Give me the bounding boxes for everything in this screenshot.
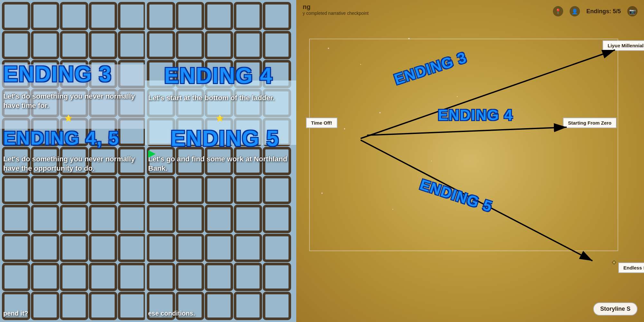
ending45-label: ENDING 4, 5 (3, 127, 119, 149)
character-icon-btn[interactable]: 👤 (570, 6, 580, 16)
quest-title: ng (303, 3, 369, 11)
storyline-button[interactable]: Storyline S (593, 302, 638, 316)
ending3-description: Let's do something you never normally ha… (3, 92, 142, 110)
ending3-label: ENDING 3 (3, 61, 112, 86)
ending4-label: ENDING 4 (164, 63, 273, 88)
ending4-description: Let's start at the bottom of the ladder. (148, 93, 293, 103)
ending5-label: ENDING 5 (171, 126, 279, 151)
arrow-ending4-label: ENDING 4 (438, 106, 513, 124)
node-endless-smoke: Endless Smoke (618, 262, 644, 273)
left-subtitle: pend it? (3, 310, 142, 317)
storyline-box (309, 39, 618, 251)
green-arrow: ▶ (148, 148, 155, 159)
middle-subtitle: ese conditions. (148, 310, 293, 317)
ending4-star: ⭐ (216, 114, 224, 122)
photo-icon-btn[interactable]: 📷 (627, 6, 638, 16)
hud-bar: ng y completed narrative checkpoint 📍 👤 … (296, 0, 644, 23)
ending45-description: Let's do something you never normally ha… (3, 155, 142, 173)
quest-info: ng y completed narrative checkpoint (303, 3, 369, 16)
quest-subtitle: y completed narrative checkpoint (303, 11, 369, 16)
node-starting-zero: Starting From Zero (563, 118, 617, 128)
panel-ending45: ENDING 4 Let's start at the bottom of th… (145, 0, 296, 322)
ending5-description: Let's go and find some work at Northland… (148, 155, 293, 173)
endings-counter: Endings: 5/5 (586, 8, 621, 15)
ending3-star: ⭐ (64, 114, 72, 122)
endings-label: Endings: 5/5 (586, 8, 621, 15)
map-icon-btn[interactable]: 📍 (553, 6, 563, 16)
node-time-off: Time Off! (306, 118, 337, 128)
panel-ending3: ENDING 3 Let's do something you never no… (0, 0, 145, 322)
panel-storyline: ng y completed narrative checkpoint 📍 👤 … (296, 0, 644, 322)
